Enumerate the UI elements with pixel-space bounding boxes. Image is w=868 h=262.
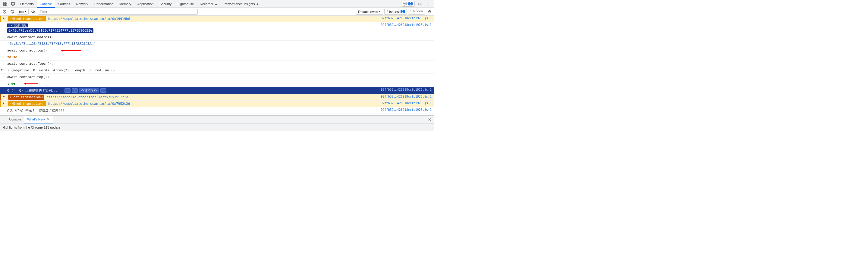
bottom-content-area: Highlights from the Chrome 113 update <box>0 124 434 131</box>
devtools-tab-bar: Elements Console Sources Network Perform… <box>0 0 434 8</box>
expand-icon: ▶ <box>3 101 4 104</box>
row-source[interactable]: 92ffb32.…426918ccfb1926.js:1 <box>374 87 434 91</box>
svg-marker-15 <box>24 83 26 85</box>
row-expand-gutter <box>0 23 6 23</box>
mined-label2: Mined transaction <box>12 101 42 106</box>
tab-recorder[interactable]: Recorder ▲ <box>197 0 221 8</box>
command-text: await contract.top(); <box>7 48 49 53</box>
device-icon[interactable] <box>9 0 17 8</box>
nav-btn-3[interactable]: > <box>100 88 106 93</box>
issues-btn[interactable]: 2 Issues: 2 <box>384 9 407 15</box>
mined-icon4: ⚡ <box>43 101 45 106</box>
row-expand-gutter[interactable]: ▶ ‹ <box>0 67 6 71</box>
address-value: 0x45d475ceaD0c75183d717f334777c1378E90C5… <box>7 28 93 33</box>
row-prompt: › <box>0 74 6 78</box>
arrow-address-content: => 实例地址 0x45d475ceaD0c75183d717f334777c1… <box>6 23 374 33</box>
row-source[interactable]: 92ffb32.…426918ccfb1926.js:1 <box>374 16 434 20</box>
object-value: i {negative: 0, words: Array(2), length:… <box>7 68 115 72</box>
true-value: true <box>7 81 16 86</box>
congrats-content: @(b_6^)@ 牛逼！，你通过了这关!!! <box>6 107 374 113</box>
false-value: false <box>7 55 17 59</box>
command-content: await contract.top(); <box>6 47 434 53</box>
highlights-text: Highlights from the Chrome 113 update <box>2 126 60 129</box>
tab-elements[interactable]: Elements <box>17 0 37 8</box>
mined-badge: ⚡ Mined transaction ⚡ <box>8 16 46 21</box>
more-btn[interactable]: ⋮ <box>425 0 433 8</box>
preserve-log-btn[interactable] <box>9 8 16 15</box>
row-expand-gutter[interactable]: ▶ <box>1 94 7 98</box>
tab-application[interactable]: Application <box>134 0 157 8</box>
clear-console-btn[interactable] <box>1 8 8 15</box>
row-source[interactable]: 92ffb32.…426918ccfb1926.js:1 <box>374 101 434 105</box>
tab-network[interactable]: Network <box>73 0 91 8</box>
mined-link[interactable]: https://sepolia.etherscan.io/tx/0x19919b… <box>48 17 136 21</box>
tab-sources[interactable]: Sources <box>55 0 73 8</box>
svg-rect-1 <box>5 2 7 4</box>
row-source[interactable]: 92ffb32.…426918ccfb1926.js:1 <box>374 94 434 98</box>
bottom-tab-bar: ⋮ Console What's New ✕ ✕ <box>0 116 434 124</box>
table-row: ▶ ‹ i {negative: 0, words: Array(2), len… <box>0 67 434 74</box>
command-content: await contract.floor(); <box>6 61 434 67</box>
tab-security[interactable]: Security <box>156 0 175 8</box>
true-result-content: true <box>6 81 434 87</box>
inspect-icon[interactable] <box>1 0 9 8</box>
eye-icon[interactable] <box>30 8 36 15</box>
table-row: ▶ ⚡ Mined transaction ⚡ https://sepolia.… <box>0 16 434 22</box>
chat-icon: 💬 <box>403 2 407 6</box>
console-settings-icon[interactable]: ⚙ <box>426 8 433 15</box>
tab-performance-insights[interactable]: Performance insights ▲ <box>221 0 262 8</box>
submitting-text: 0=('-'Q) 正在提交关卡实例... <box>7 89 58 93</box>
filter-input[interactable] <box>38 9 198 15</box>
row-expand-gutter[interactable]: ▶ <box>1 101 7 104</box>
bottom-tab-console[interactable]: Console <box>6 116 24 124</box>
svg-marker-13 <box>61 50 63 52</box>
context-selector[interactable]: top ▼ <box>17 9 29 15</box>
settings-btn[interactable]: ⚙ <box>416 0 424 8</box>
mined-icon: ⚡ <box>9 16 11 21</box>
svg-rect-2 <box>3 4 5 6</box>
console-output[interactable]: ▶ ⚡ Mined transaction ⚡ https://sepolia.… <box>0 16 434 115</box>
default-levels-btn[interactable]: Default levels ▼ <box>356 9 383 15</box>
tab-memory[interactable]: Memory <box>116 0 134 8</box>
tab-lighthouse[interactable]: Lighthouse <box>175 0 197 8</box>
row-result-prefix: ‹ <box>0 81 6 85</box>
svg-rect-4 <box>11 2 14 5</box>
sent-label: Sent transaction <box>12 95 41 100</box>
row-prompt: › <box>0 47 6 52</box>
row-source[interactable]: 92ffb32.…426918ccfb1926.js:1 <box>374 23 434 27</box>
mined-icon2: ⚡ <box>43 16 45 21</box>
panel-close-btn[interactable]: ✕ <box>427 117 433 123</box>
bottom-dots-menu[interactable]: ⋮ <box>1 116 6 124</box>
levels-label: Default levels <box>358 10 378 13</box>
whatsnew-close-btn[interactable]: ✕ <box>46 117 50 121</box>
tab-right-controls: 💬 2 ⚙ ⋮ <box>401 0 433 8</box>
mined-icon3: ⚡ <box>9 101 11 106</box>
table-row: => 实例地址 0x45d475ceaD0c75183d717f334777c1… <box>0 22 434 34</box>
mined-transaction2-content: ⚡ Mined transaction ⚡ https://sepolia.et… <box>7 101 374 107</box>
whatsnew-label: What's New <box>27 115 44 123</box>
console-toolbar: top ▼ Default levels ▼ 2 Issues: 2 1 hid… <box>0 8 434 16</box>
issues-badge-btn[interactable]: 💬 2 <box>401 1 415 7</box>
arrow-label: => 实例地址 <box>7 24 28 27</box>
bottom-tab-whatsnew[interactable]: What's New ✕ <box>24 116 53 124</box>
context-label: top <box>19 10 24 13</box>
command-content: await contract.top(); <box>6 74 434 80</box>
result-content: '0x45d475ceaD0c75183d717f334777c1378E90C… <box>6 41 434 47</box>
row-prompt: › <box>0 61 6 65</box>
row-expand-gutter[interactable]: ▶ <box>1 16 7 20</box>
badge-count: 2 <box>408 2 412 5</box>
nav-btn-1[interactable]: < <box>64 88 70 93</box>
tab-console[interactable]: Console <box>37 0 55 8</box>
false-result-content: false <box>6 54 434 60</box>
tab-performance[interactable]: Performance <box>91 0 116 8</box>
nav-btn-please-wait[interactable]: <<请稍等>> <box>79 88 99 93</box>
row-source[interactable]: 92ffb32.…426918ccfb1926.js:1 <box>374 107 434 111</box>
mined-link2[interactable]: https://sepolia.etherscan.io/tx/0x7952c2… <box>48 102 136 106</box>
sent-badge: ⚡ Sent transaction ⚡ <box>8 95 44 100</box>
svg-point-9 <box>11 10 14 13</box>
svg-point-11 <box>33 11 34 12</box>
nav-btn-2[interactable]: < <box>72 88 78 93</box>
sent-link[interactable]: https://sepolia.etherscan.io/tx/0x7952c2… <box>46 95 134 99</box>
hidden-btn[interactable]: 1 hidden <box>408 9 425 15</box>
sent-icon: ⚡ <box>9 95 11 100</box>
